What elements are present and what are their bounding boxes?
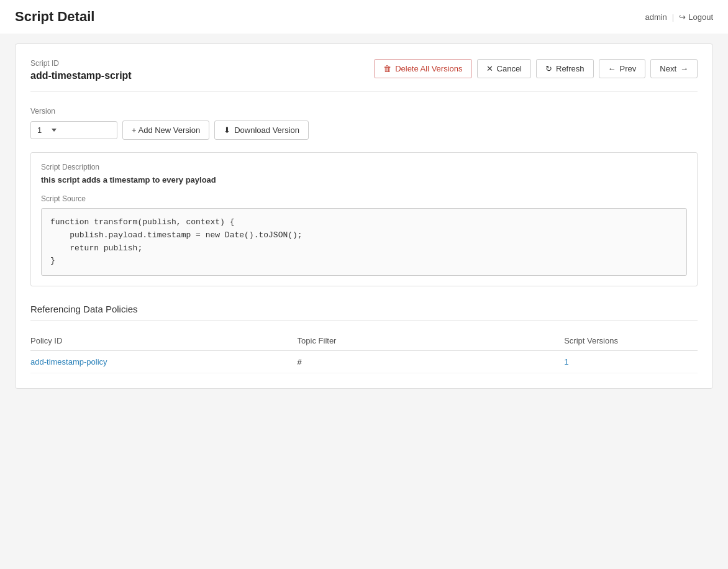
script-description-label: Script Description xyxy=(41,163,687,171)
column-policy-id: Policy ID xyxy=(30,331,298,351)
topic-filter-cell: # xyxy=(298,351,565,373)
next-label: Next xyxy=(660,64,676,73)
script-description-value: this script adds a timestamp to every pa… xyxy=(41,175,687,184)
referencing-title: Referencing Data Policies xyxy=(30,304,698,321)
script-id-value: add-timestamp-script xyxy=(30,70,132,81)
script-detail-box: Script Description this script adds a ti… xyxy=(30,152,698,286)
version-controls: 1 + Add New Version ⬇ Download Version xyxy=(30,121,698,140)
script-source-label: Script Source xyxy=(41,194,687,203)
separator: | xyxy=(672,12,674,22)
action-buttons: 🗑 Delete All Versions ✕ Cancel ↻ Refresh… xyxy=(374,59,698,78)
script-id-section: Script ID add-timestamp-script 🗑 Delete … xyxy=(30,59,698,92)
next-arrow-icon: → xyxy=(680,64,688,73)
policies-table-body: add-timestamp-policy#1 xyxy=(30,351,698,373)
version-label: Version xyxy=(30,107,698,116)
username-label: admin xyxy=(645,12,667,22)
user-area: admin | ↪ Logout xyxy=(645,12,713,22)
next-button[interactable]: Next → xyxy=(650,59,698,78)
column-script-versions: Script Versions xyxy=(564,331,698,351)
version-section: Version 1 + Add New Version ⬇ Download V… xyxy=(30,107,698,140)
logout-link[interactable]: ↪ Logout xyxy=(679,12,713,22)
refresh-label: Refresh xyxy=(556,64,585,73)
delete-all-label: Delete All Versions xyxy=(395,64,462,73)
logout-icon: ↪ xyxy=(679,12,686,22)
main-content: Script ID add-timestamp-script 🗑 Delete … xyxy=(0,34,728,399)
download-icon: ⬇ xyxy=(224,125,230,135)
script-id-block: Script ID add-timestamp-script xyxy=(30,59,132,81)
add-new-version-label: + Add New Version xyxy=(132,125,200,135)
column-topic-filter: Topic Filter xyxy=(298,331,565,351)
cancel-button[interactable]: ✕ Cancel xyxy=(477,59,531,78)
page-title: Script Detail xyxy=(15,9,94,25)
script-source-code: function transform(publish, context) { p… xyxy=(41,208,687,276)
refresh-icon: ↻ xyxy=(545,64,552,73)
page-header: Script Detail admin | ↪ Logout xyxy=(0,0,728,34)
prev-button[interactable]: ← Prev xyxy=(599,59,646,78)
cancel-icon: ✕ xyxy=(486,64,493,73)
script-id-label: Script ID xyxy=(30,59,132,68)
prev-arrow-icon: ← xyxy=(608,64,616,73)
trash-icon: 🗑 xyxy=(383,64,391,73)
policies-table: Policy ID Topic Filter Script Versions a… xyxy=(30,331,698,373)
download-version-label: Download Version xyxy=(234,125,299,135)
logout-label: Logout xyxy=(688,12,713,22)
download-version-button[interactable]: ⬇ Download Version xyxy=(214,121,309,140)
table-row: add-timestamp-policy#1 xyxy=(30,351,698,373)
version-value: 1 xyxy=(37,125,42,135)
delete-all-versions-button[interactable]: 🗑 Delete All Versions xyxy=(374,59,471,78)
refresh-button[interactable]: ↻ Refresh xyxy=(536,59,594,78)
script-versions-cell: 1 xyxy=(564,351,698,373)
cancel-label: Cancel xyxy=(497,64,522,73)
prev-label: Prev xyxy=(620,64,637,73)
policy-id-cell: add-timestamp-policy xyxy=(30,351,298,373)
add-new-version-button[interactable]: + Add New Version xyxy=(122,121,209,140)
chevron-down-icon xyxy=(52,129,57,132)
referencing-section: Referencing Data Policies Policy ID Topi… xyxy=(30,304,698,373)
version-select-wrapper[interactable]: 1 xyxy=(30,121,117,139)
policies-table-header: Policy ID Topic Filter Script Versions xyxy=(30,331,698,351)
script-detail-card: Script ID add-timestamp-script 🗑 Delete … xyxy=(15,43,713,389)
policy-id-link[interactable]: add-timestamp-policy xyxy=(30,357,107,366)
